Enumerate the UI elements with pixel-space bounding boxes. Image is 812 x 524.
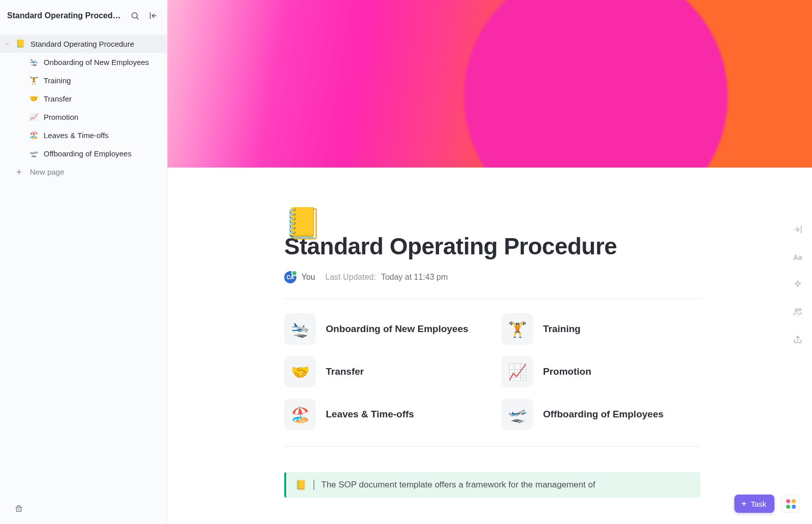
tree-row-label: Promotion xyxy=(44,113,78,121)
callout-block[interactable]: 📒 The SOP document template offers a fra… xyxy=(284,472,700,498)
tree-row-label: Onboarding of New Employees xyxy=(44,58,149,67)
page-emoji: 🤝 xyxy=(28,94,39,103)
expand-icon[interactable] xyxy=(792,223,804,236)
callout-emoji: 📒 xyxy=(295,479,307,490)
card-label: Leaves & Time-offs xyxy=(326,409,414,420)
ai-icon[interactable] xyxy=(792,278,804,290)
author-label: You xyxy=(301,273,315,282)
subpage-card[interactable]: 🛬 Onboarding of New Employees xyxy=(284,313,483,345)
apps-grid-icon xyxy=(786,499,796,509)
right-rail: Aa xyxy=(784,223,812,345)
tree-row-child[interactable]: 🏋️ Training xyxy=(0,71,167,89)
tree-row-child[interactable]: 🛫 Offboarding of Employees xyxy=(0,144,167,162)
tree-row-child[interactable]: 📈 Promotion xyxy=(0,108,167,126)
svg-text:Aa: Aa xyxy=(793,254,802,261)
last-updated-value: Today at 11:43 pm xyxy=(381,273,448,282)
page-emoji: 📒 xyxy=(15,39,25,48)
new-task-button[interactable]: Task xyxy=(734,495,774,513)
svg-point-8 xyxy=(795,309,798,311)
page-icon[interactable]: 📒 xyxy=(284,208,322,239)
card-label: Onboarding of New Employees xyxy=(326,323,468,335)
new-page-button[interactable]: New page xyxy=(0,162,167,181)
content-area: 📒 Standard Operating Procedure CA You La… xyxy=(167,168,812,524)
tree-row-child[interactable]: 🏖️ Leaves & Time-offs xyxy=(0,126,167,144)
chevron-down-icon xyxy=(4,41,10,47)
card-emoji: 🛫 xyxy=(501,399,533,430)
subpage-card[interactable]: 📈 Promotion xyxy=(501,356,700,387)
tree-row-label: Offboarding of Employees xyxy=(44,149,131,158)
page-emoji: 🏋️ xyxy=(28,76,39,84)
page-tree: 📒 Standard Operating Procedure 🛬 Onboard… xyxy=(0,31,167,181)
new-page-label: New page xyxy=(30,168,64,176)
page-emoji: 📈 xyxy=(28,113,39,121)
page-emoji: 🛬 xyxy=(28,58,39,66)
card-emoji: 🛬 xyxy=(284,313,316,345)
tree-row-label: Transfer xyxy=(44,94,72,103)
tree-row-child[interactable]: 🛬 Onboarding of New Employees xyxy=(0,53,167,71)
apps-button[interactable] xyxy=(782,495,800,513)
collaborators-icon[interactable] xyxy=(792,306,804,318)
text-cursor xyxy=(314,480,314,490)
card-label: Promotion xyxy=(543,366,591,377)
typography-icon[interactable]: Aa xyxy=(792,251,804,263)
page-meta: CA You Last Updated: Today at 11:43 pm xyxy=(284,271,700,283)
divider xyxy=(284,299,700,299)
divider xyxy=(284,446,700,447)
plus-icon xyxy=(740,500,748,507)
card-label: Offboarding of Employees xyxy=(543,409,664,420)
sidebar: Standard Operating Procedure 📒 Standard … xyxy=(0,0,167,524)
sidebar-header: Standard Operating Procedure xyxy=(0,0,167,31)
avatar[interactable]: CA xyxy=(284,271,296,283)
card-emoji: 🏖️ xyxy=(284,399,316,430)
share-icon[interactable] xyxy=(792,333,804,345)
card-emoji: 📈 xyxy=(501,356,533,387)
subpage-card[interactable]: 🏋️ Training xyxy=(501,313,700,345)
tree-row-root[interactable]: 📒 Standard Operating Procedure xyxy=(0,35,167,53)
tree-row-label: Training xyxy=(44,76,71,85)
subpage-card[interactable]: 🛫 Offboarding of Employees xyxy=(501,399,700,430)
last-updated-label: Last Updated: xyxy=(325,273,376,282)
sidebar-title: Standard Operating Procedure xyxy=(7,11,123,20)
svg-point-9 xyxy=(799,309,801,311)
plus-icon xyxy=(15,168,23,176)
search-icon[interactable] xyxy=(128,9,142,22)
subpage-card[interactable]: 🤝 Transfer xyxy=(284,356,483,387)
task-button-label: Task xyxy=(751,500,766,508)
page-emoji: 🛫 xyxy=(28,149,39,157)
svg-line-1 xyxy=(137,17,138,19)
tree-row-label: Leaves & Time-offs xyxy=(44,131,109,140)
floating-actions: Task xyxy=(734,495,800,513)
tree-row-child[interactable]: 🤝 Transfer xyxy=(0,89,167,108)
subpage-cards: 🛬 Onboarding of New Employees 🏋️ Trainin… xyxy=(284,313,700,430)
page-emoji: 🏖️ xyxy=(28,131,39,139)
card-label: Transfer xyxy=(326,366,364,377)
card-emoji: 🤝 xyxy=(284,356,316,387)
card-label: Training xyxy=(543,323,581,335)
subpage-card[interactable]: 🏖️ Leaves & Time-offs xyxy=(284,399,483,430)
sidebar-footer xyxy=(0,496,167,524)
cover-image[interactable] xyxy=(167,0,812,168)
card-emoji: 🏋️ xyxy=(501,313,533,345)
main: 📒 Standard Operating Procedure CA You La… xyxy=(167,0,812,524)
callout-text: The SOP document template offers a frame… xyxy=(321,480,595,490)
page-title[interactable]: Standard Operating Procedure xyxy=(284,233,700,260)
collapse-sidebar-icon[interactable] xyxy=(147,9,160,22)
archive-icon[interactable] xyxy=(14,504,23,515)
tree-row-label: Standard Operating Procedure xyxy=(30,40,134,48)
